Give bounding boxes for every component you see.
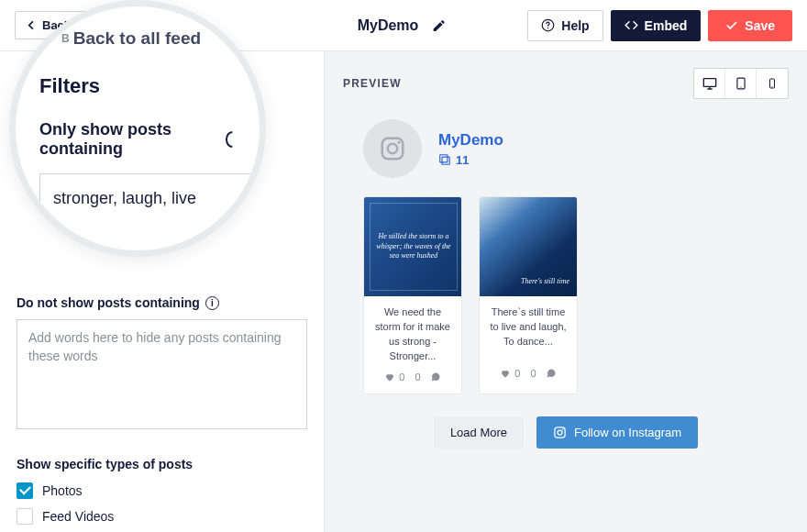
svg-point-4: [740, 87, 741, 88]
checkbox-icon: [17, 482, 33, 499]
exclude-words-input[interactable]: [17, 319, 307, 429]
desktop-icon: [702, 76, 717, 91]
instagram-icon: [379, 135, 406, 162]
embed-button[interactable]: Embed: [611, 10, 702, 41]
post-stats: 0 0: [487, 368, 569, 379]
post-stats: 0 0: [371, 371, 454, 382]
edit-title-button[interactable]: [427, 15, 449, 37]
checkbox-icon: [17, 508, 33, 525]
svg-rect-10: [440, 155, 448, 162]
svg-point-8: [388, 144, 398, 154]
help-button-label: Help: [561, 18, 589, 33]
device-mobile[interactable]: [757, 69, 788, 98]
svg-rect-2: [703, 79, 715, 87]
heart-icon: [500, 368, 511, 379]
comment-icon: [430, 371, 441, 382]
svg-point-14: [562, 428, 564, 430]
save-button-label: Save: [745, 18, 775, 33]
info-icon[interactable]: i: [205, 296, 219, 310]
profile-header: MyDemo 11: [343, 119, 789, 196]
feed-title: MyDemo: [358, 17, 419, 34]
device-switcher: [693, 68, 789, 99]
embed-button-label: Embed: [645, 18, 688, 33]
magnified-back-button[interactable]: B Back to all feed: [39, 28, 239, 49]
post-thumbnail: He stilled the storm to a whisper; the w…: [364, 197, 462, 296]
svg-point-9: [397, 141, 400, 144]
info-icon: [226, 131, 239, 148]
post-thumbnail: There's still time: [480, 197, 578, 296]
svg-point-6: [772, 86, 773, 87]
follow-button-label: Follow on Instagram: [574, 426, 681, 439]
magnified-only-show-label: Only show posts containing: [39, 120, 239, 159]
load-more-button[interactable]: Load More: [434, 416, 524, 449]
chevron-left-icon: [27, 20, 37, 30]
check-icon: [725, 19, 738, 32]
tablet-icon: [735, 76, 747, 91]
profile-name-link[interactable]: MyDemo: [438, 131, 503, 149]
preview-pane: PREVIEW MyDemo 11 He stille: [325, 51, 807, 532]
avatar: [363, 119, 422, 178]
exclude-words-label: Do not show posts containing i: [17, 295, 307, 310]
profile-post-count: 11: [438, 153, 503, 167]
device-desktop[interactable]: [694, 69, 725, 98]
magnifier-overlay: B Back to all feed Filters Only show pos…: [9, 0, 266, 257]
help-icon: [541, 18, 555, 32]
save-button[interactable]: Save: [708, 10, 792, 41]
post-caption: There`s still time to live and laugh, To…: [487, 305, 569, 360]
post-card[interactable]: He stilled the storm to a whisper; the w…: [363, 196, 462, 394]
comment-icon: [546, 368, 557, 379]
post-caption: We need the storm for it make us strong …: [371, 305, 454, 364]
device-tablet[interactable]: [725, 69, 757, 98]
instagram-icon: [553, 426, 567, 439]
help-button[interactable]: Help: [527, 10, 602, 41]
magnified-filters-heading: Filters: [39, 74, 239, 98]
follow-button[interactable]: Follow on Instagram: [536, 416, 698, 449]
post-types-heading: Show specific types of posts: [17, 457, 307, 471]
gallery-icon: [438, 153, 451, 166]
svg-point-13: [558, 430, 562, 435]
heart-icon: [384, 371, 395, 382]
mobile-icon: [767, 76, 778, 91]
code-icon: [625, 18, 638, 32]
checkbox-photos[interactable]: Photos: [17, 482, 307, 499]
checkbox-feed-videos[interactable]: Feed Videos: [17, 508, 307, 525]
preview-heading: PREVIEW: [343, 77, 402, 90]
post-card[interactable]: There's still time There`s still time to…: [479, 196, 578, 394]
checkbox-label: Feed Videos: [42, 509, 114, 524]
checkbox-label: Photos: [42, 483, 83, 498]
svg-point-1: [547, 28, 549, 29]
pencil-icon: [431, 18, 446, 33]
svg-rect-11: [442, 157, 449, 164]
